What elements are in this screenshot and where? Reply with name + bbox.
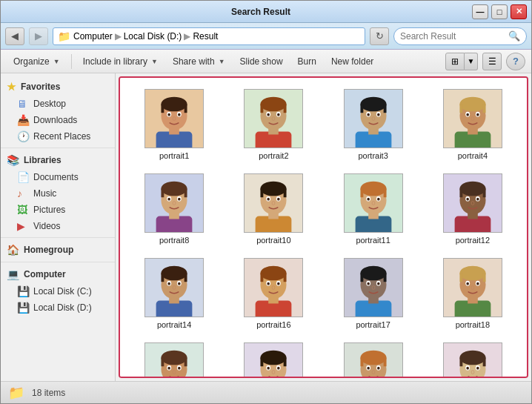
portrait-thumbnail (144, 342, 204, 378)
refresh-button[interactable]: ↻ (370, 27, 389, 45)
file-label: portrait1 (159, 151, 189, 160)
recent-icon: 🕐 (17, 130, 29, 142)
portrait-thumbnail (443, 173, 502, 233)
file-label: portrait10 (256, 236, 290, 245)
svg-point-118 (277, 282, 280, 285)
file-label: portrait17 (356, 320, 390, 329)
share-button[interactable]: Share with ▼ (166, 53, 232, 70)
new-folder-label: New folder (331, 56, 373, 67)
sidebar-item-documents[interactable]: 📄 Documents (1, 169, 115, 185)
file-label: portrait2 (259, 151, 288, 160)
path-part-2: Local Disk (D:) (124, 31, 182, 42)
burn-button[interactable]: Burn (291, 53, 323, 70)
svg-point-9 (168, 113, 171, 116)
file-item[interactable]: portrait_extra1 (126, 337, 222, 378)
sidebar-item-music[interactable]: ♪ Music (1, 185, 115, 202)
portrait-thumbnail (344, 173, 403, 233)
homegroup-section: 🏠 Homegroup (1, 241, 115, 259)
svg-point-71 (272, 202, 275, 205)
maximize-button[interactable]: □ (491, 4, 508, 19)
libraries-header[interactable]: 📚 Libraries (1, 151, 115, 169)
file-item[interactable]: portrait16 (225, 253, 322, 334)
details-button[interactable]: ☰ (482, 53, 502, 70)
favorites-section: ★ Favorites 🖥 Desktop 📥 Downloads 🕐 Rece… (1, 78, 115, 145)
svg-rect-186 (483, 358, 486, 367)
close-button[interactable]: ✕ (511, 4, 527, 19)
minimize-button[interactable]: — (472, 4, 488, 19)
svg-rect-161 (261, 358, 264, 367)
svg-point-184 (459, 351, 485, 365)
file-item[interactable]: portrait14 (126, 253, 222, 334)
computer-section: 💻 Computer 💾 Local Disk (C:) 💾 Local Dis… (1, 265, 115, 316)
file-item[interactable]: portrait2 (225, 84, 322, 165)
new-folder-button[interactable]: New folder (325, 53, 380, 70)
sidebar-disk-c-label: Local Disk (C:) (33, 286, 92, 297)
statusbar: 📁 18 items (1, 381, 531, 403)
help-button[interactable]: ? (506, 53, 525, 70)
content-area: ★ Favorites 🖥 Desktop 📥 Downloads 🕐 Rece… (1, 73, 531, 381)
sidebar-disk-d-label: Local Disk (D:) (33, 302, 92, 313)
homegroup-header[interactable]: 🏠 Homegroup (1, 241, 115, 259)
sidebar-item-recent[interactable]: 🕐 Recent Places (1, 128, 115, 145)
svg-rect-173 (360, 358, 363, 367)
svg-point-190 (476, 367, 479, 370)
sidebar-item-disk-d[interactable]: 💾 Local Disk (D:) (1, 299, 115, 316)
organize-button[interactable]: Organize ▼ (7, 53, 67, 70)
include-arrow-icon: ▼ (151, 58, 158, 65)
sidebar-item-desktop[interactable]: 🖥 Desktop (1, 96, 115, 112)
svg-point-177 (367, 367, 370, 370)
svg-point-107 (173, 286, 176, 290)
forward-button[interactable]: ▶ (29, 27, 48, 45)
file-item[interactable]: portrait10 (225, 168, 322, 250)
disk-d-icon: 💾 (17, 302, 29, 314)
path-separator-2: ▶ (184, 31, 190, 42)
file-item[interactable]: portrait3 (325, 84, 422, 165)
file-item[interactable]: portrait12 (425, 168, 521, 250)
file-item[interactable]: portrait18 (425, 253, 521, 334)
svg-point-40 (459, 97, 485, 112)
svg-point-81 (367, 198, 370, 201)
file-item[interactable]: portrait_extra3 (325, 337, 422, 378)
address-path[interactable]: 📁 Computer ▶ Local Disk (D:) ▶ Result (53, 27, 365, 45)
addressbar: ◀ ▶ 📁 Computer ▶ Local Disk (D:) ▶ Resul… (1, 23, 531, 50)
file-item[interactable]: portrait8 (126, 168, 222, 250)
svg-point-172 (360, 351, 386, 365)
sidebar-item-downloads[interactable]: 📥 Downloads (1, 112, 115, 128)
computer-header[interactable]: 💻 Computer (1, 265, 115, 283)
view-button[interactable]: ⊞ (445, 53, 465, 70)
svg-point-165 (267, 367, 270, 370)
include-button[interactable]: Include in library ▼ (76, 53, 164, 70)
view-dropdown[interactable]: ▼ (465, 53, 478, 70)
file-item[interactable]: portrait_extra4 (425, 337, 521, 378)
search-box[interactable]: 🔍 (393, 27, 527, 45)
svg-point-106 (178, 282, 181, 285)
svg-rect-162 (284, 358, 287, 367)
file-item[interactable]: portrait_extra2 (225, 337, 322, 378)
svg-point-93 (466, 198, 469, 201)
file-item[interactable]: portrait1 (126, 84, 222, 165)
status-folder-icon: 📁 (8, 385, 24, 401)
favorites-header[interactable]: ★ Favorites (1, 78, 115, 96)
svg-rect-77 (360, 189, 363, 198)
file-grid-container[interactable]: portrait1 portrait2 (119, 76, 528, 378)
svg-rect-66 (284, 189, 287, 198)
portrait-thumbnail (244, 89, 303, 148)
sidebar-item-pictures[interactable]: 🖼 Pictures (1, 202, 115, 218)
file-label: portrait18 (456, 320, 490, 329)
search-input[interactable] (400, 31, 505, 42)
sidebar-item-videos[interactable]: ▶ Videos (1, 218, 115, 234)
back-button[interactable]: ◀ (5, 27, 24, 45)
file-item[interactable]: portrait17 (325, 253, 422, 334)
file-item[interactable]: portrait11 (325, 168, 422, 250)
svg-rect-42 (483, 105, 486, 113)
videos-icon: ▶ (17, 220, 29, 232)
slideshow-button[interactable]: Slide show (233, 53, 290, 70)
svg-point-47 (471, 117, 474, 121)
svg-point-35 (372, 117, 375, 121)
file-item[interactable]: portrait4 (425, 84, 521, 165)
titlebar-controls: — □ ✕ (472, 4, 527, 19)
portrait-thumbnail (443, 342, 502, 378)
svg-point-105 (168, 282, 171, 285)
sidebar-item-disk-c[interactable]: 💾 Local Disk (C:) (1, 283, 115, 299)
desktop-icon: 🖥 (17, 98, 29, 110)
